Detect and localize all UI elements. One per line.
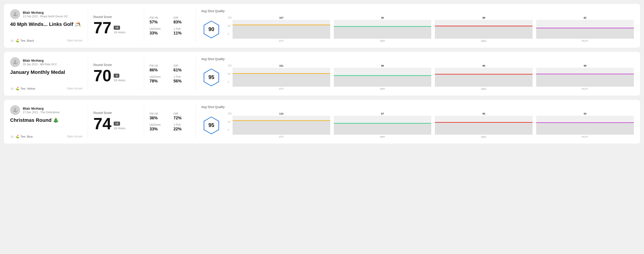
quality-title-2: Avg Shot Quality <box>201 57 225 61</box>
user-info-2: Blair McHarg 29 Jan 2022 · Mill Ride GCC <box>10 57 82 67</box>
score-label-3: Round Score <box>94 111 138 115</box>
tee-label-2: Tee: Yellow <box>20 87 35 90</box>
gir-1: GIR 83% <box>174 16 190 24</box>
bottom-meta-1: ☁️ ⛳ Tee: Black Data: Arccos <box>10 39 82 42</box>
updown-1: Up/Down 33% <box>150 27 166 36</box>
user-date-1: 12 Feb 2022 · Royal North Devon GC <box>23 15 68 18</box>
tee-label-3: Tee: Blue <box>20 135 33 138</box>
oneputt-value-3: 22% <box>174 127 190 131</box>
svg-text:90: 90 <box>208 26 214 32</box>
oneputt-1: 1 Putt 11% <box>174 27 190 36</box>
updown-value-2: 78% <box>150 79 166 84</box>
user-name-2: Blair McHarg <box>23 59 57 62</box>
holes-text-1: 18 Holes <box>114 31 125 34</box>
score-row-3: 74 +2 18 Holes <box>94 116 138 132</box>
gir-label-3: GIR <box>174 112 190 115</box>
user-date-3: 27 Dec 2021 · The Oxfordshire <box>23 111 60 114</box>
divider2-2 <box>144 57 144 90</box>
score-diff-badge-2: -2 <box>114 74 119 78</box>
avatar-3 <box>10 105 20 115</box>
score-section-2: Round Score 70 -2 18 Holes <box>94 57 138 90</box>
weather-icon-3: ☁️ <box>10 135 14 138</box>
updown-label-1: Up/Down <box>150 27 166 30</box>
quality-hexagon-1: 90 <box>201 19 222 40</box>
weather-icon-2: ☁️ <box>10 87 14 90</box>
user-name-1: Blair McHarg <box>23 10 68 14</box>
user-name-3: Blair McHarg <box>23 107 60 110</box>
score-label-2: Round Score <box>94 63 138 67</box>
svg-point-2 <box>14 60 16 62</box>
score-badge-2: -2 18 Holes <box>114 74 125 84</box>
user-date-2: 29 Jan 2022 · Mill Ride GCC <box>23 63 57 66</box>
svg-point-4 <box>14 108 16 110</box>
avatar-2 <box>10 57 20 67</box>
updown-label-2: Up/Down <box>150 75 166 78</box>
holes-text-3: 18 Holes <box>114 127 125 130</box>
tee-info-2: ☁️ ⛳ Tee: Yellow <box>10 87 35 90</box>
updown-value-1: 33% <box>150 31 166 36</box>
user-info-1: Blair McHarg 12 Feb 2022 · Royal North D… <box>10 9 82 19</box>
gir-label-1: GIR <box>174 16 190 19</box>
divider3-3 <box>196 105 196 138</box>
data-source-1: Data: Arccos <box>67 39 82 42</box>
oneputt-value-2: 56% <box>174 79 190 84</box>
fw-hit-3: FW Hit 36% <box>150 112 166 121</box>
oneputt-3: 1 Putt 22% <box>174 123 190 131</box>
golf-icon-3: ⛳ <box>15 135 19 138</box>
stats-section-3: FW Hit 36% GIR 72% Up/Down 33% 1 Putt 22… <box>150 105 190 138</box>
score-diff-badge-3: +2 <box>114 122 120 126</box>
tee-label-1: Tee: Black <box>20 39 34 42</box>
golf-icon-2: ⛳ <box>15 87 19 90</box>
oneputt-label-1: 1 Putt <box>174 27 190 30</box>
score-section-1: Round Score 77 +5 18 Holes <box>94 9 138 42</box>
score-diff-badge-1: +5 <box>114 26 120 30</box>
fw-hit-value-2: 86% <box>150 68 166 73</box>
holes-text-2: 18 Holes <box>114 79 125 82</box>
quality-title-3: Avg Shot Quality <box>201 105 225 109</box>
round-title-3: Christmas Round 🎄 <box>10 117 82 123</box>
quality-hexagon-3: 95 <box>201 115 222 135</box>
score-row-2: 70 -2 18 Holes <box>94 68 138 84</box>
svg-point-0 <box>14 12 16 14</box>
data-source-2: Data: Arccos <box>67 87 82 90</box>
round-left-3: Blair McHarg 27 Dec 2021 · The Oxfordshi… <box>10 105 82 138</box>
round-card-1: Blair McHarg 12 Feb 2022 · Royal North D… <box>4 3 640 48</box>
bar-chart-3: 100500 110 OTT 87 APP 95 <box>228 112 634 138</box>
fw-hit-label-3: FW Hit <box>150 112 166 115</box>
score-number-2: 70 <box>94 68 112 84</box>
updown-2: Up/Down 78% <box>150 75 166 84</box>
gir-2: GIR 61% <box>174 64 190 73</box>
fw-hit-2: FW Hit 86% <box>150 64 166 73</box>
updown-3: Up/Down 33% <box>150 123 166 131</box>
fw-hit-1: FW Hit 57% <box>150 16 166 24</box>
oneputt-label-2: 1 Putt <box>174 75 190 78</box>
score-badge-1: +5 18 Holes <box>114 26 125 36</box>
divider2-3 <box>144 105 144 138</box>
round-card-3: Blair McHarg 27 Dec 2021 · The Oxfordshi… <box>4 100 640 144</box>
oneputt-2: 1 Putt 56% <box>174 75 190 84</box>
bottom-meta-3: ☁️ ⛳ Tee: Blue Data: Arccos <box>10 135 82 138</box>
updown-label-3: Up/Down <box>150 123 166 126</box>
bar-chart-1: 100500 107 OTT 95 APP 98 <box>228 16 634 42</box>
round-card-2: Blair McHarg 29 Jan 2022 · Mill Ride GCC… <box>4 52 640 96</box>
golf-icon-1: ⛳ <box>15 39 19 42</box>
quality-section-2: Avg Shot Quality 95 100500 101 OTT <box>201 57 634 90</box>
stat-row-bot-1: Up/Down 33% 1 Putt 11% <box>150 27 190 36</box>
divider3-1 <box>196 9 196 42</box>
gir-value-2: 61% <box>174 68 190 73</box>
quality-section-3: Avg Shot Quality 95 100500 110 OTT <box>201 105 634 138</box>
tee-info-1: ☁️ ⛳ Tee: Black <box>10 39 34 42</box>
score-badge-3: +2 18 Holes <box>114 122 125 132</box>
fw-hit-label-2: FW Hit <box>150 64 166 67</box>
stat-row-top-2: FW Hit 86% GIR 61% <box>150 64 190 73</box>
round-left-1: Blair McHarg 12 Feb 2022 · Royal North D… <box>10 9 82 42</box>
fw-hit-label-1: FW Hit <box>150 16 166 19</box>
stat-row-bot-2: Up/Down 78% 1 Putt 56% <box>150 75 190 84</box>
gir-label-2: GIR <box>174 64 190 67</box>
svg-text:95: 95 <box>208 74 214 80</box>
gir-value-3: 72% <box>174 116 190 121</box>
quality-section-1: Avg Shot Quality 90 100500 107 OTT <box>201 9 634 42</box>
divider2-1 <box>144 9 144 42</box>
score-number-1: 77 <box>94 20 112 36</box>
divider1-1 <box>88 9 88 42</box>
